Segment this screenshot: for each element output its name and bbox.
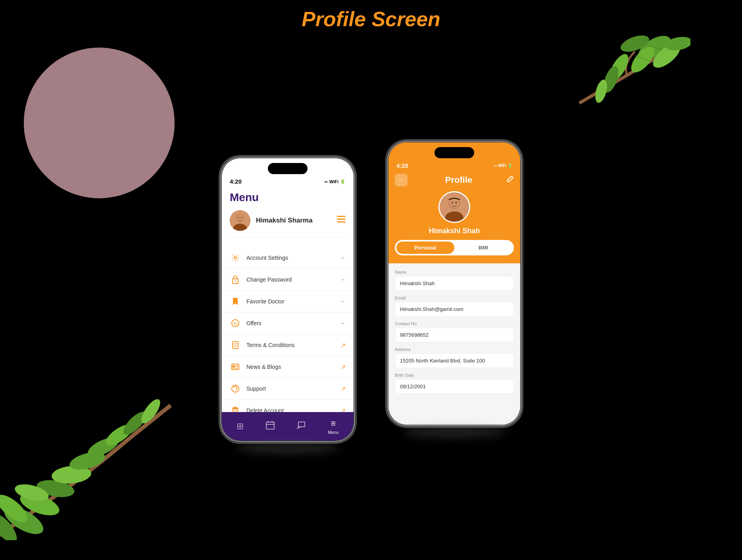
address-label: Address xyxy=(395,347,514,352)
settings-icon xyxy=(230,252,241,263)
svg-point-31 xyxy=(234,257,236,259)
page-title: Profile Screen xyxy=(302,7,440,31)
phone1-wrapper: 4:20 ▪▪ WiFi 🔋 Menu xyxy=(220,157,355,442)
menu-item-terms[interactable]: Terms & Conditions ↗ xyxy=(222,334,354,356)
menu-item-support[interactable]: Support ↗ xyxy=(222,378,354,400)
terms-arrow: ↗ xyxy=(340,341,346,349)
news-icon xyxy=(230,361,241,372)
phone2-wrapper: 4:20 ▪▪ WiFi 🔋 ← Profile xyxy=(387,141,522,426)
phone2-shadow xyxy=(403,426,506,438)
status-time-1: 4:20 xyxy=(230,178,242,185)
name-value[interactable]: Himakshi Shah xyxy=(395,276,514,291)
menu-icon: ≡ xyxy=(331,418,336,429)
menu-nav-label: Menu xyxy=(328,430,339,435)
svg-rect-22 xyxy=(337,216,346,217)
svg-point-46 xyxy=(235,391,236,391)
contact-label: Contact No. xyxy=(395,321,514,326)
phone1-frame: 4:20 ▪▪ WiFi 🔋 Menu xyxy=(220,157,355,442)
birth-date-value[interactable]: 09/12/2001 xyxy=(395,379,514,394)
form-group-email: Email Himakshi.Shah@gamil.com xyxy=(395,295,514,316)
account-settings-label: Account Settings xyxy=(246,255,339,261)
menu-title: Menu xyxy=(230,191,346,204)
form-group-birth-date: Birth Date 09/12/2001 xyxy=(395,373,514,394)
bottom-nav: ⊞ ≡ Menu xyxy=(222,412,354,441)
news-label: News & Blogs xyxy=(246,364,340,370)
back-button[interactable]: ← xyxy=(395,174,408,186)
svg-rect-50 xyxy=(266,422,274,429)
dynamic-island-2 xyxy=(434,147,474,158)
svg-rect-24 xyxy=(337,221,346,222)
change-password-label: Change Password xyxy=(246,276,339,283)
email-value[interactable]: Himakshi.Shah@gamil.com xyxy=(395,302,514,316)
nav-chat[interactable] xyxy=(297,420,306,432)
favorite-doctor-label: Favorite Doctor xyxy=(246,298,339,305)
offers-icon: % xyxy=(230,318,241,329)
menu-user-row[interactable]: Himakshi Sharma xyxy=(230,210,346,238)
email-label: Email xyxy=(395,295,514,300)
menu-items-list: Account Settings → Change Password → xyxy=(222,244,354,425)
nav-home[interactable]: ⊞ xyxy=(236,421,244,432)
profile-avatar xyxy=(438,191,470,223)
profile-user-name: Himakshi Shah xyxy=(388,227,520,235)
bookmark-icon xyxy=(230,296,241,307)
home-icon: ⊞ xyxy=(236,421,244,432)
dynamic-island-1 xyxy=(268,163,308,174)
form-group-name: Name Himakshi Shah xyxy=(395,270,514,291)
contact-value[interactable]: 9875698652 xyxy=(395,328,514,342)
svg-point-30 xyxy=(241,217,242,219)
support-arrow: ↗ xyxy=(340,385,346,393)
status-icons-2: ▪▪ WiFi 🔋 xyxy=(494,163,512,168)
svg-rect-41 xyxy=(233,365,235,368)
news-arrow: ↗ xyxy=(340,363,346,371)
favorite-doctor-arrow: → xyxy=(339,298,346,305)
lock-icon xyxy=(230,274,241,285)
status-icons-1: ▪▪ WiFi 🔋 xyxy=(325,179,346,184)
menu-item-change-password[interactable]: Change Password → xyxy=(222,269,354,291)
phone2-frame: 4:20 ▪▪ WiFi 🔋 ← Profile xyxy=(387,141,522,426)
svg-text:%: % xyxy=(233,321,237,326)
status-time-2: 4:20 xyxy=(396,162,408,169)
phones-container: 4:20 ▪▪ WiFi 🔋 Menu xyxy=(133,40,609,535)
menu-item-favorite-doctor[interactable]: Favorite Doctor → xyxy=(222,291,354,313)
profile-topbar: ← Profile xyxy=(388,172,520,191)
menu-header: Menu xyxy=(222,188,354,244)
menu-item-news[interactable]: News & Blogs ↗ xyxy=(222,356,354,378)
offers-label: Offers xyxy=(246,320,339,326)
menu-top-icon[interactable] xyxy=(337,216,346,225)
nav-menu[interactable]: ≡ Menu xyxy=(328,418,339,435)
tab-bmi[interactable]: BMI xyxy=(454,242,512,254)
support-icon xyxy=(230,383,241,394)
form-group-contact: Contact No. 9875698652 xyxy=(395,321,514,342)
profile-screen-title: Profile xyxy=(411,175,506,185)
menu-item-account-settings[interactable]: Account Settings → xyxy=(222,247,354,269)
terms-label: Terms & Conditions xyxy=(246,342,340,348)
name-label: Name xyxy=(395,270,514,274)
change-password-arrow: → xyxy=(339,276,346,283)
phone1-screen: 4:20 ▪▪ WiFi 🔋 Menu xyxy=(222,158,354,441)
profile-form: Name Himakshi Shah Email Himakshi.Shah@g… xyxy=(388,263,520,405)
svg-rect-23 xyxy=(337,219,346,220)
edit-button[interactable] xyxy=(506,175,514,185)
address-value[interactable]: 15205 North Kierland Blvd. Suite 100 xyxy=(395,353,514,368)
user-avatar-1 xyxy=(230,210,250,231)
profile-tabs: Personal BMI xyxy=(395,240,514,255)
svg-point-33 xyxy=(235,281,236,282)
offers-arrow: → xyxy=(339,320,346,327)
support-label: Support xyxy=(246,385,340,392)
tab-personal[interactable]: Personal xyxy=(396,242,454,254)
appointments-icon xyxy=(265,420,275,432)
back-icon: ← xyxy=(398,176,404,184)
phone2-screen: 4:20 ▪▪ WiFi 🔋 ← Profile xyxy=(388,142,520,425)
user-name-1: Himakshi Sharma xyxy=(256,217,313,224)
svg-point-59 xyxy=(456,202,457,203)
profile-header: 4:20 ▪▪ WiFi 🔋 ← Profile xyxy=(388,142,520,263)
account-settings-arrow: → xyxy=(339,254,346,261)
terms-icon xyxy=(230,339,241,351)
form-group-address: Address 15205 North Kierland Blvd. Suite… xyxy=(395,347,514,368)
nav-appointments[interactable] xyxy=(265,420,275,432)
svg-point-58 xyxy=(452,202,454,203)
birth-date-label: Birth Date xyxy=(395,373,514,378)
menu-item-offers[interactable]: % Offers → xyxy=(222,313,354,334)
phone1-shadow xyxy=(236,442,339,454)
svg-point-29 xyxy=(238,217,239,219)
